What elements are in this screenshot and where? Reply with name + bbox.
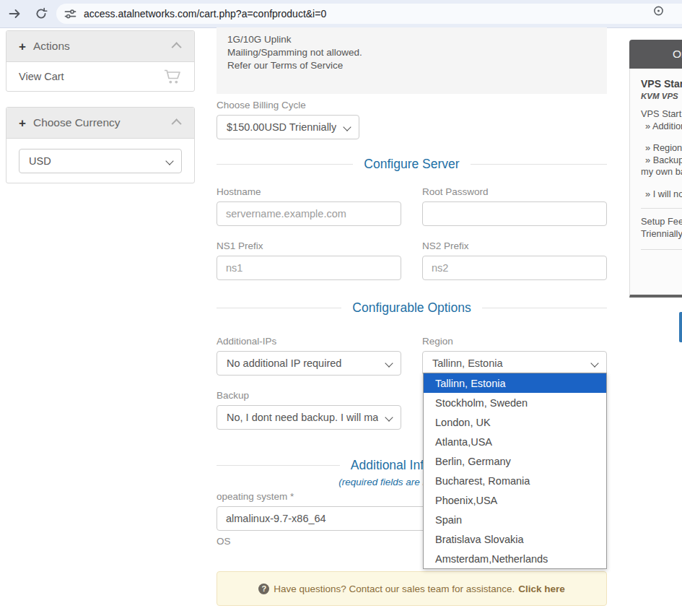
browser-toolbar: access.atalnetworks.com/cart.php?a=confp… xyxy=(0,0,682,28)
description-line: Refer our Terms of Service xyxy=(227,59,596,72)
region-option[interactable]: Tallinn, Estonia xyxy=(424,373,606,393)
additional-ips-label: Additional-IPs xyxy=(217,336,401,347)
offscreen-button-edge[interactable] xyxy=(679,312,682,342)
backup-label: Backup xyxy=(217,390,401,401)
region-option[interactable]: Atlanta,USA xyxy=(424,432,606,451)
cart-icon xyxy=(164,69,182,84)
chevron-up-icon xyxy=(172,42,182,52)
region-option[interactable]: Berlin, Germany xyxy=(424,451,606,471)
ns2-prefix-input[interactable] xyxy=(422,256,607,280)
notice-text: Have questions? Contact our sales team f… xyxy=(274,584,515,594)
plus-icon: + xyxy=(19,117,26,129)
hostname-input[interactable] xyxy=(217,201,401,226)
region-value: Tallinn, Estonia xyxy=(432,357,503,369)
site-info-icon[interactable] xyxy=(64,8,76,20)
region-select[interactable]: Tallinn, Estonia xyxy=(422,351,607,376)
summary-product-name: VPS Start xyxy=(641,78,682,90)
order-summary-header: Order Summary xyxy=(629,40,682,69)
reload-icon[interactable] xyxy=(33,6,49,22)
region-option[interactable]: Bucharest, Romania xyxy=(424,471,606,490)
additional-ips-select[interactable]: No additional IP required xyxy=(217,351,401,376)
sales-notice: ? Have questions? Contact our sales team… xyxy=(217,571,607,606)
chevron-down-icon xyxy=(343,123,351,131)
view-cart-label: View Cart xyxy=(19,71,64,82)
chevron-down-icon xyxy=(590,359,598,367)
setup-fees-label: Setup Fees: xyxy=(641,216,682,228)
region-option[interactable]: Spain xyxy=(424,510,606,529)
view-cart-item[interactable]: View Cart xyxy=(6,62,194,91)
backup-select[interactable]: No, I dont need backup. I will ma xyxy=(217,405,401,430)
description-line: 1G/10G Uplink xyxy=(227,33,596,46)
recurring-label: Triennially: xyxy=(641,228,682,240)
order-summary-panel: Order Summary VPS Start KVM VPS VPS Star… xyxy=(629,40,682,298)
url-text: access.atalnetworks.com/cart.php?a=confp… xyxy=(84,8,326,19)
chevron-up-icon xyxy=(172,118,182,129)
region-option[interactable]: London, UK xyxy=(424,412,606,432)
currency-select[interactable]: USD xyxy=(19,149,182,173)
actions-panel: + Actions View Cart xyxy=(6,30,195,92)
url-bar[interactable]: access.atalnetworks.com/cart.php?a=confp… xyxy=(56,4,682,24)
root-password-label: Root Password xyxy=(422,186,607,197)
configure-server-heading: Configure Server xyxy=(217,157,607,172)
region-option[interactable]: Phoenix,USA xyxy=(424,490,606,510)
actions-panel-header[interactable]: + Actions xyxy=(6,31,194,62)
region-label: Region xyxy=(422,336,607,347)
billing-cycle-select[interactable]: $150.00USD Triennially xyxy=(217,115,359,139)
summary-line: » Region: Ta xyxy=(641,142,682,155)
summary-product-group: KVM VPS xyxy=(641,90,682,103)
summary-line: » I will not u xyxy=(641,188,682,201)
ns2-prefix-label: NS2 Prefix xyxy=(422,240,607,251)
region-option[interactable]: Amsterdam,Netherlands xyxy=(424,549,606,568)
description-line: Mailing/Spamming not allowed. xyxy=(227,46,596,59)
notice-click-here-link[interactable]: Click here xyxy=(518,584,565,594)
additional-ips-value: No additional IP required xyxy=(227,357,341,369)
root-password-input[interactable] xyxy=(422,201,607,226)
plus-icon: + xyxy=(19,40,26,53)
chevron-down-icon xyxy=(165,157,173,165)
chevron-down-icon xyxy=(385,359,393,367)
currency-panel: + Choose Currency USD xyxy=(6,107,195,183)
chevron-down-icon xyxy=(385,413,393,421)
summary-divider xyxy=(641,208,682,209)
summary-line: » Additional xyxy=(641,121,682,133)
region-option[interactable]: Bratislava Slovakia xyxy=(424,529,606,549)
region-dropdown-list: Tallinn, Estonia Stockholm, Sweden Londo… xyxy=(423,373,607,569)
billing-cycle-value: $150.00USD Triennially xyxy=(227,121,336,133)
region-option[interactable]: Stockholm, Sweden xyxy=(424,393,606,412)
summary-line: my own back xyxy=(641,166,682,178)
order-summary-title: Order Summary xyxy=(673,48,682,61)
ns1-prefix-input[interactable] xyxy=(217,256,401,280)
summary-line: » Backup: N xyxy=(641,155,682,167)
summary-line: VPS Start xyxy=(641,108,682,121)
actions-panel-title: Actions xyxy=(33,40,70,53)
summary-divider xyxy=(641,249,682,250)
forward-icon[interactable] xyxy=(6,6,22,22)
product-description: 1G/10G Uplink Mailing/Spamming not allow… xyxy=(217,27,607,94)
configurable-options-heading: Configurable Options xyxy=(217,300,607,316)
hostname-label: Hostname xyxy=(217,186,401,197)
url-bar-trailing-icon[interactable] xyxy=(652,4,665,17)
backup-value: No, I dont need backup. I will ma xyxy=(227,412,378,423)
currency-panel-title: Choose Currency xyxy=(33,116,121,129)
currency-selected-value: USD xyxy=(29,155,51,167)
billing-cycle-label: Choose Billing Cycle xyxy=(217,100,607,110)
question-circle-icon: ? xyxy=(258,584,269,594)
currency-panel-header[interactable]: + Choose Currency xyxy=(6,108,194,139)
ns1-prefix-label: NS1 Prefix xyxy=(217,240,401,251)
